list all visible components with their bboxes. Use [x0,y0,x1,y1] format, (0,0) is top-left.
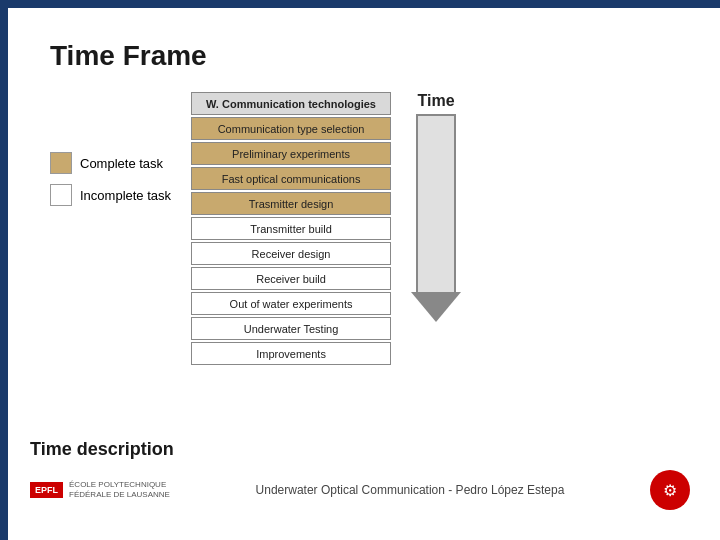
bottom-section: Time description EPFL ÉCOLE POLYTECHNIQU… [30,439,690,510]
task-bar-9: Underwater Testing [191,317,391,340]
task-row: Preliminary experiments [191,142,391,165]
task-row: Out of water experiments [191,292,391,315]
task-row: W. Communication technologies [191,92,391,115]
task-row: Transmitter build [191,217,391,240]
task-bar-1: Communication type selection [191,117,391,140]
time-arrow [411,114,461,322]
arrow-head [411,292,461,322]
time-area: Time [411,92,461,322]
time-label: Time [418,92,455,110]
legend-complete: Complete task [50,152,171,174]
top-decorative-bar [0,0,720,8]
epfl-logo-box: EPFL [30,482,63,499]
page-title: Time Frame [50,40,690,72]
time-description: Time description [30,439,690,460]
task-bar-7: Receiver build [191,267,391,290]
incomplete-label: Incomplete task [80,188,171,203]
task-bar-8: Out of water experiments [191,292,391,315]
bottom-bar: EPFL ÉCOLE POLYTECHNIQUE FÉDÉRALE DE LAU… [30,470,690,510]
tasks-wrapper: W. Communication technologiesCommunicati… [191,92,461,365]
legend-incomplete: Incomplete task [50,184,171,206]
task-row: Trasmitter design [191,192,391,215]
left-decorative-bar [0,0,8,540]
task-bar-4: Trasmitter design [191,192,391,215]
task-row: Receiver design [191,242,391,265]
legend: Complete task Incomplete task [50,152,171,206]
epfl-logo-text: ÉCOLE POLYTECHNIQUE FÉDÉRALE DE LAUSANNE [69,480,170,501]
task-bar-0: W. Communication technologies [191,92,391,115]
task-bar-6: Receiver design [191,242,391,265]
slide: Time Frame Complete task Incomplete task… [0,0,720,540]
task-bar-3: Fast optical communications [191,167,391,190]
footer-center-text: Underwater Optical Communication - Pedro… [256,483,565,497]
right-logo: ⚙ [650,470,690,510]
task-bar-10: Improvements [191,342,391,365]
main-content: Complete task Incomplete task W. Communi… [50,92,690,365]
task-row: Fast optical communications [191,167,391,190]
task-row: Communication type selection [191,117,391,140]
epfl-logo: EPFL ÉCOLE POLYTECHNIQUE FÉDÉRALE DE LAU… [30,480,170,501]
task-row: Underwater Testing [191,317,391,340]
task-row: Receiver build [191,267,391,290]
arrow-body [416,114,456,294]
incomplete-box [50,184,72,206]
task-row: Improvements [191,342,391,365]
tasks-area: W. Communication technologiesCommunicati… [191,92,391,365]
task-bar-5: Transmitter build [191,217,391,240]
complete-label: Complete task [80,156,163,171]
task-bar-2: Preliminary experiments [191,142,391,165]
complete-box [50,152,72,174]
